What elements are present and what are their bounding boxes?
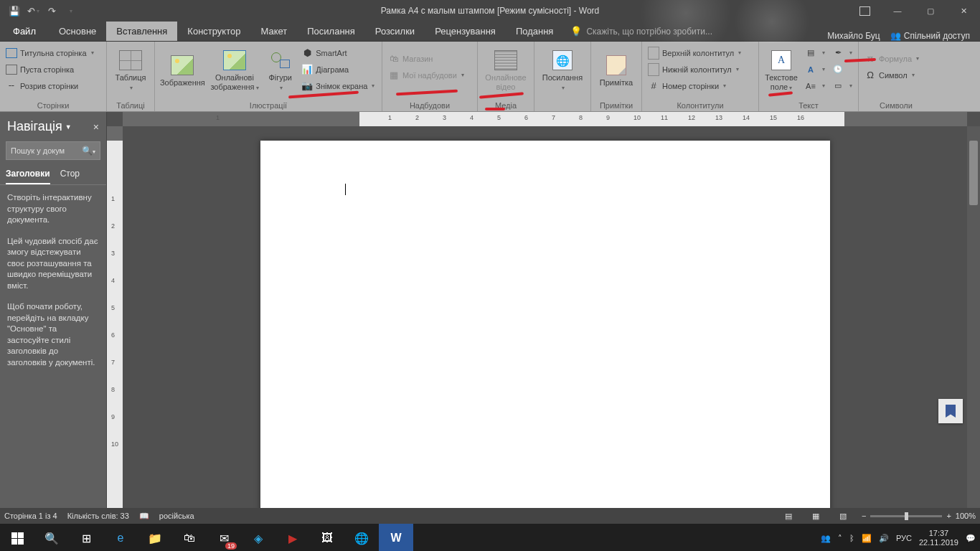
nav-close-button[interactable]: × [93, 121, 99, 133]
mail-button[interactable]: ✉19 [207, 524, 241, 551]
clock[interactable]: 17:3722.11.2019 [919, 529, 958, 547]
page-number-button[interactable]: #Номер сторінки▾ [645, 77, 755, 94]
tab-home[interactable]: Основне [49, 22, 106, 41]
textbox-button[interactable]: AТекстове поле▾ [762, 43, 801, 98]
youtube-button[interactable]: ▶ [275, 524, 310, 551]
equation-button[interactable]: πФормула▾ [862, 50, 930, 67]
view-print-button[interactable]: ▦ [807, 509, 824, 522]
tab-view[interactable]: Подання [506, 22, 564, 41]
ribbon: Титульна сторінка▾ Пуста сторінка ╌Розри… [0, 42, 980, 112]
tab-mailings[interactable]: Розсилки [365, 22, 425, 41]
nav-tab-headings[interactable]: Заголовки [6, 169, 50, 184]
signature-button[interactable]: ✒▾ [828, 44, 855, 61]
bookmark-flag[interactable] [938, 399, 963, 423]
tab-layout[interactable]: Макет [250, 22, 297, 41]
chrome-button[interactable]: 🌐 [344, 524, 379, 551]
notifications-icon[interactable]: 💬 [966, 534, 976, 543]
store-button[interactable]: 🛍Магазин [385, 50, 474, 67]
screenshot-button[interactable]: 📷Знімок екрана▾ [298, 77, 379, 94]
nav-tab-pages[interactable]: Стор [60, 169, 80, 184]
shapes-button[interactable]: Фігури▾ [262, 43, 298, 98]
explorer-button[interactable]: 📁 [138, 524, 172, 551]
table-icon [119, 49, 142, 72]
smartart-button[interactable]: ⬢SmartArt [298, 44, 379, 61]
table-button[interactable]: Таблиця▾ [110, 43, 151, 98]
msstore-button[interactable]: 🛍 [172, 524, 207, 551]
redo-button[interactable]: ↷ [43, 2, 60, 19]
tab-insert[interactable]: Вставлення [106, 22, 177, 41]
scrollbar-thumb[interactable] [969, 141, 978, 205]
share-button[interactable]: 👥Спільний доступ [890, 31, 970, 41]
cover-page-button[interactable]: Титульна сторінка▾ [3, 44, 103, 61]
telegram-button[interactable]: ◈ [241, 524, 275, 551]
footer-button[interactable]: Нижній колонтитул▾ [645, 61, 755, 77]
nav-body: Створіть інтерактивну структуру свого до… [0, 185, 106, 508]
tab-design[interactable]: Конструктор [177, 22, 250, 41]
view-web-button[interactable]: ▧ [834, 509, 852, 522]
bulb-icon: 💡 [570, 26, 582, 37]
wordart-button[interactable]: A▾ [801, 61, 828, 77]
blank-page-button[interactable]: Пуста сторінка [3, 61, 103, 77]
undo-button[interactable]: ↶▾ [24, 2, 42, 19]
nav-search-input[interactable]: Пошук у докум🔍▾ [6, 141, 100, 160]
vertical-ruler[interactable]: 1 2 3 4 5 6 7 8 9 10 [107, 126, 123, 508]
tab-review[interactable]: Рецензування [425, 22, 506, 41]
quickparts-button[interactable]: ▤▾ [801, 44, 828, 61]
bluetooth-icon[interactable]: ᛒ [849, 534, 854, 542]
status-language[interactable]: російська [159, 512, 194, 520]
symbol-button[interactable]: ΩСимвол▾ [862, 67, 930, 83]
online-video-button[interactable]: Онлайнове відео [481, 43, 531, 98]
ribbon-options-button[interactable] [848, 0, 881, 22]
online-pictures-icon [223, 49, 246, 72]
online-pictures-button[interactable]: Онлайнові зображення▾ [207, 43, 263, 98]
status-wordcount[interactable]: Кількість слів: 33 [67, 512, 129, 520]
search-button[interactable]: 🔍 [34, 524, 69, 551]
zoom-in-button[interactable]: + [946, 512, 951, 520]
chart-button[interactable]: 📊Діаграма [298, 61, 379, 77]
view-read-button[interactable]: ▤ [780, 509, 797, 522]
datetime-button[interactable]: 🕒 [828, 61, 855, 77]
horizontal-ruler[interactable]: 1 1 2 3 4 5 6 7 8 9 10 11 12 13 14 15 16 [123, 112, 967, 127]
people-icon[interactable]: 👥 [821, 534, 831, 543]
status-bar: Сторінка 1 із 4 Кількість слів: 33 📖 рос… [0, 508, 980, 524]
proofing-icon[interactable]: 📖 [139, 512, 149, 521]
photos-button[interactable]: 🖼 [310, 524, 344, 551]
dropcap-button[interactable]: A≡▾ [801, 77, 828, 94]
vertical-scrollbar[interactable] [967, 126, 980, 508]
header-button[interactable]: Верхній колонтитул▾ [645, 44, 755, 61]
document-page[interactable] [260, 141, 830, 508]
windows-taskbar: 🔍 ⊞ e 📁 🛍 ✉19 ◈ ▶ 🖼 🌐 W 👥 ˄ ᛒ 📶 🔊 РУС 17… [0, 524, 980, 551]
chart-icon: 📊 [301, 64, 313, 75]
object-button[interactable]: ▭▾ [828, 77, 855, 94]
page-scroll[interactable] [123, 126, 967, 508]
datetime-icon: 🕒 [831, 63, 845, 76]
zoom-out-button[interactable]: − [862, 512, 866, 520]
minimize-button[interactable]: — [881, 0, 914, 22]
zoom-level[interactable]: 100% [956, 512, 976, 520]
comment-button[interactable]: Примітка [594, 43, 639, 98]
file-tab[interactable]: Файл [0, 22, 49, 41]
maximize-button[interactable]: ▢ [914, 0, 947, 22]
edge-button[interactable]: e [103, 524, 138, 551]
cover-page-icon [6, 47, 17, 59]
page-break-button[interactable]: ╌Розрив сторінки [3, 77, 103, 94]
pictures-button[interactable]: Зображення [158, 43, 207, 98]
word-button[interactable]: W [379, 524, 413, 551]
status-page[interactable]: Сторінка 1 із 4 [4, 512, 57, 520]
input-language[interactable]: РУС [896, 534, 912, 542]
save-button[interactable]: 💾 [6, 2, 23, 19]
qat-customize[interactable]: ▾ [62, 2, 79, 19]
titlebar: 💾 ↶▾ ↷ ▾ Рамка А4 с малым штампом [Режим… [0, 0, 980, 22]
link-button[interactable]: 🌐Посилання▾ [537, 43, 588, 98]
volume-icon[interactable]: 🔊 [879, 534, 889, 543]
my-addins-button[interactable]: ▦Мої надбудови▾ [385, 67, 474, 83]
taskview-button[interactable]: ⊞ [69, 524, 103, 551]
tray-expand-icon[interactable]: ˄ [838, 534, 842, 543]
wifi-icon[interactable]: 📶 [862, 534, 872, 543]
group-headerfooter: Верхній колонтитул▾ Нижній колонтитул▾ #… [642, 42, 759, 111]
group-pages: Титульна сторінка▾ Пуста сторінка ╌Розри… [0, 42, 107, 111]
close-button[interactable]: ✕ [947, 0, 980, 22]
start-button[interactable] [0, 524, 34, 551]
tab-references[interactable]: Посилання [297, 22, 365, 41]
zoom-slider[interactable] [870, 515, 942, 517]
